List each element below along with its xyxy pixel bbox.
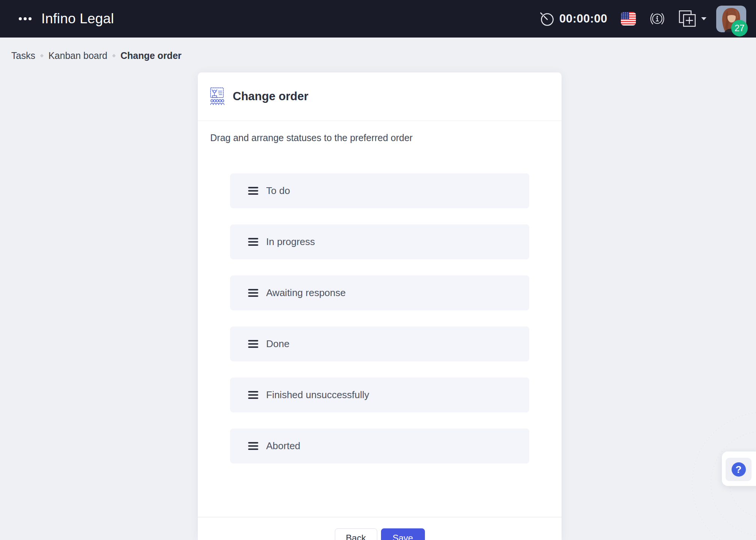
breadcrumb-current: Change order [120,50,182,61]
drag-handle-icon[interactable] [248,340,258,348]
drag-handle-icon[interactable] [248,442,258,450]
status-label: To do [266,185,290,197]
chevron-down-icon [701,17,706,20]
drag-handle-icon[interactable] [248,289,258,297]
pages-plus-icon [679,10,697,27]
notification-badge: 27 [731,20,748,36]
user-avatar[interactable]: 27 [716,6,746,32]
topbar: Infino Legal 00:00:00 [0,0,756,38]
language-switcher[interactable] [621,12,636,26]
timer-value: 00:00:00 [559,12,607,26]
status-row-aborted[interactable]: Aborted [230,429,529,463]
status-label: In progress [266,236,315,248]
topbar-right: 00:00:00 [538,6,746,32]
back-button[interactable]: Back [335,528,377,540]
status-label: Finished unsuccessfully [266,389,369,401]
drag-handle-icon[interactable] [248,187,258,195]
breadcrumb-separator [112,54,116,58]
status-label: Aborted [266,440,300,452]
page-title: Change order [233,90,309,103]
card-header: Change order [198,72,562,121]
status-row-finished-unsuccessfully[interactable]: Finished unsuccessfully [230,378,529,412]
stopwatch-icon [538,11,555,27]
question-mark-icon: ? [732,462,746,477]
breadcrumb: Tasks Kanban board Change order [0,38,756,61]
help-button[interactable]: ? [726,458,751,481]
breadcrumb-tasks[interactable]: Tasks [11,50,35,61]
menu-dots-icon[interactable] [19,17,32,20]
card-footer: Back Save [198,517,562,540]
app-title: Infino Legal [41,11,114,27]
status-label: Awaiting response [266,287,346,299]
breadcrumb-separator [40,54,44,58]
instructions-text: Drag and arrange statuses to the preferr… [210,131,549,144]
status-row-awaiting-response[interactable]: Awaiting response [230,275,529,310]
info-button[interactable] [649,11,665,27]
time-tracker[interactable]: 00:00:00 [538,11,607,27]
status-row-todo[interactable]: To do [230,173,529,208]
presentation-audience-icon [209,87,224,106]
drag-handle-icon[interactable] [248,238,258,246]
new-window-button[interactable] [679,10,706,27]
info-icon [649,11,665,27]
status-label: Done [266,338,289,350]
status-row-in-progress[interactable]: In progress [230,224,529,259]
change-order-card: Change order Drag and arrange statuses t… [198,72,562,540]
save-button[interactable]: Save [381,528,425,540]
drag-handle-icon[interactable] [248,391,258,399]
breadcrumb-kanban-board[interactable]: Kanban board [48,50,107,61]
help-widget: ? [722,451,756,486]
status-row-done[interactable]: Done [230,326,529,361]
status-list: To do In progress Awaiting response Done… [198,173,562,463]
us-flag-icon [621,12,636,26]
